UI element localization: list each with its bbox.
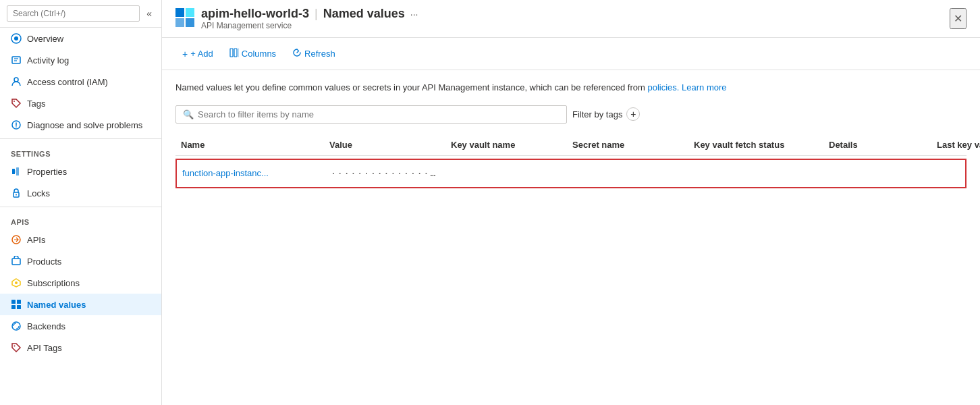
header: apim-hello-world-3 | Named values ··· AP… (162, 0, 980, 38)
svg-rect-12 (14, 170, 16, 173)
table-row[interactable]: function-app-instanc... ················… (177, 160, 965, 187)
refresh-icon (292, 48, 302, 59)
apis-icon (11, 234, 22, 245)
add-button[interactable]: + + Add (175, 45, 220, 63)
row-name[interactable]: function-app-instanc... (177, 168, 325, 178)
filter-search-input[interactable] (198, 109, 560, 119)
page-title: Named values (323, 7, 405, 21)
add-tag-filter-button[interactable]: + (626, 107, 640, 121)
toolbar: + + Add Columns Refresh (162, 38, 980, 70)
columns-button[interactable]: Columns (223, 45, 283, 63)
columns-label: Columns (242, 49, 276, 59)
sidebar-item-backends-label: Backends (27, 321, 65, 331)
filter-by-tags-label: Filter by tags (572, 109, 622, 119)
collapse-button[interactable]: « (144, 7, 155, 20)
sidebar-item-apis[interactable]: APIs (0, 229, 161, 250)
sidebar-item-overview[interactable]: Overview (0, 28, 161, 49)
sidebar-item-api-tags[interactable]: API Tags (0, 337, 161, 358)
main-content: apim-hello-world-3 | Named values ··· AP… (162, 0, 980, 405)
locks-icon (11, 188, 22, 198)
svg-point-24 (14, 346, 16, 347)
filter-by-tags: Filter by tags + (572, 107, 640, 121)
svg-rect-27 (175, 18, 184, 27)
sidebar-item-backends[interactable]: Backends (0, 315, 161, 337)
sidebar-item-products-label: Products (27, 256, 61, 267)
svg-rect-30 (234, 49, 237, 57)
refresh-label: Refresh (304, 49, 335, 59)
svg-rect-29 (230, 49, 233, 57)
settings-section-label: Settings (0, 142, 161, 161)
col-name: Name (175, 140, 324, 150)
sidebar-item-iam-label: Access control (IAM) (27, 77, 108, 87)
overview-icon (11, 33, 22, 44)
svg-rect-28 (186, 18, 194, 27)
sidebar-item-tags[interactable]: Tags (0, 92, 161, 114)
col-kv-name: Key vault name (445, 140, 567, 150)
sidebar-item-named-values-label: Named values (27, 300, 86, 310)
svg-rect-31 (238, 49, 239, 57)
add-label: + Add (190, 49, 213, 59)
svg-rect-21 (11, 305, 16, 309)
filter-row: 🔍 Filter by tags + (175, 105, 967, 124)
col-kv-fetch-status: Key vault fetch status (688, 140, 823, 150)
api-tags-icon (11, 342, 22, 353)
app-name: apim-hello-world-3 (201, 7, 309, 21)
svg-point-1 (14, 36, 18, 40)
sidebar-item-overview-label: Overview (27, 34, 63, 44)
properties-icon (11, 166, 22, 177)
learn-more-link[interactable]: Learn more (682, 82, 726, 92)
info-text: Named values let you define common value… (175, 82, 645, 92)
sidebar-search-area: « (0, 0, 161, 28)
sidebar-item-subscriptions-label: Subscriptions (27, 278, 80, 288)
sidebar-item-apis-label: APIs (27, 235, 45, 245)
sidebar-item-properties[interactable]: Properties (0, 161, 161, 182)
svg-point-18 (15, 281, 18, 284)
svg-rect-16 (12, 259, 20, 265)
add-icon: + (182, 49, 188, 59)
named-values-icon (11, 299, 22, 310)
sidebar-item-diagnose-label: Diagnose and solve problems (27, 120, 142, 130)
sidebar-item-products[interactable]: Products (0, 250, 161, 272)
sidebar-item-tags-label: Tags (27, 99, 45, 109)
sidebar-item-subscriptions[interactable]: Subscriptions (0, 272, 161, 294)
policies-link[interactable]: policies. (647, 82, 679, 92)
svg-rect-11 (16, 167, 19, 176)
sidebar-item-activity-log[interactable]: Activity log (0, 49, 161, 71)
svg-point-9 (16, 126, 17, 128)
svg-rect-26 (186, 8, 194, 17)
table-header: Name Value Key vault name Secret name Ke… (175, 134, 967, 156)
svg-rect-25 (175, 8, 184, 17)
header-text: apim-hello-world-3 | Named values ··· AP… (201, 7, 418, 30)
backends-icon (11, 321, 22, 331)
sidebar-item-api-tags-label: API Tags (27, 343, 62, 353)
sidebar-nav: Overview Activity log Access control (IA… (0, 28, 161, 405)
sidebar-item-iam[interactable]: Access control (IAM) (0, 71, 161, 92)
apis-section-label: APIs (0, 210, 161, 229)
table: Name Value Key vault name Secret name Ke… (175, 134, 967, 188)
svg-rect-20 (17, 300, 21, 304)
col-details: Details (823, 140, 931, 150)
search-filter-box: 🔍 (175, 105, 567, 124)
header-more-icon[interactable]: ··· (410, 9, 418, 20)
sidebar-item-locks[interactable]: Locks (0, 182, 161, 204)
table-row-highlighted: function-app-instanc... ················… (175, 159, 967, 188)
col-last-kv-fetch: Last key vault fetch (931, 140, 980, 150)
close-button[interactable]: ✕ (950, 8, 967, 29)
divider-1 (0, 138, 161, 139)
columns-icon (229, 48, 239, 59)
sidebar-item-locks-label: Locks (27, 188, 50, 198)
svg-point-14 (16, 194, 17, 196)
row-value: ·················· (325, 168, 447, 178)
search-filter-icon: 🔍 (183, 109, 194, 119)
sidebar-item-diagnose[interactable]: Diagnose and solve problems (0, 114, 161, 136)
svg-rect-2 (12, 57, 20, 63)
col-secret-name: Secret name (567, 140, 688, 150)
header-subtitle: API Management service (201, 21, 418, 30)
sidebar-item-named-values[interactable]: Named values (0, 294, 161, 315)
app-logo (175, 8, 194, 29)
subscriptions-icon (11, 277, 22, 288)
sidebar-item-properties-label: Properties (27, 167, 67, 177)
info-bar: Named values let you define common value… (175, 81, 967, 94)
refresh-button[interactable]: Refresh (285, 45, 342, 63)
search-input[interactable] (7, 5, 140, 22)
